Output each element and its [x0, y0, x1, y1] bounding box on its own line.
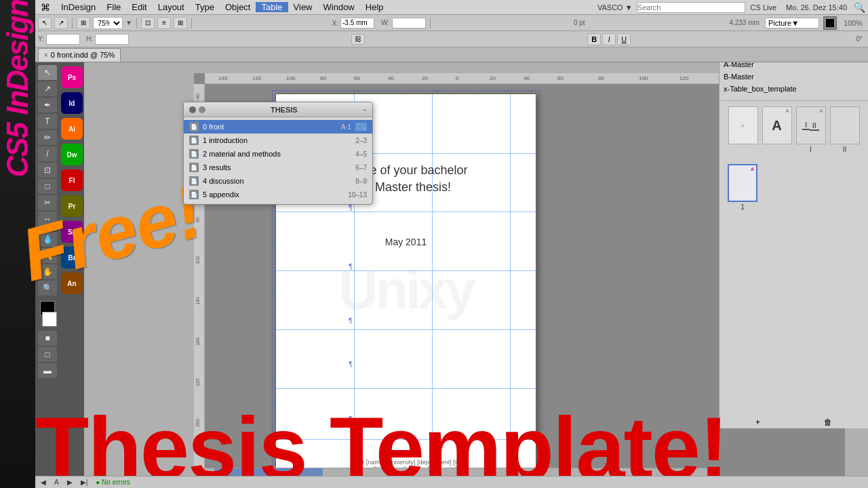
brand-indesign-text: InDesign	[3, 0, 33, 121]
direct-selection-tool[interactable]: ↗	[38, 81, 57, 96]
app-ai-icon[interactable]: Ai	[61, 118, 83, 140]
thesis-row-icon-results: 📄	[189, 163, 199, 172]
thesis-row-results[interactable]: 📄 3 results 6–7	[184, 161, 372, 174]
new-page-btn[interactable]: +	[755, 418, 760, 427]
app-br-icon[interactable]: Br	[61, 247, 83, 268]
menu-edit[interactable]: Edit	[126, 2, 152, 12]
menu-view[interactable]: View	[288, 2, 318, 12]
document-tab[interactable]: × 0 front.indd @ 75%	[38, 48, 121, 62]
thesis-row-appendix[interactable]: 📄 5 appendix 10–13	[184, 188, 372, 201]
scrollbar-horizontal[interactable]	[194, 468, 716, 476]
zoom-dropdown[interactable]: 75%	[93, 17, 123, 29]
apple-menu[interactable]: ⌘	[41, 2, 50, 13]
selection-tool[interactable]: ↖	[38, 65, 57, 80]
bold-btn[interactable]: B	[587, 33, 601, 45]
transform-btn[interactable]: ⊡	[141, 17, 155, 29]
y-input[interactable]: 136 mm	[46, 34, 80, 45]
app-fl-icon[interactable]: Fl	[61, 169, 83, 191]
cs-live-label: CS Live	[745, 3, 783, 12]
search-input[interactable]	[637, 2, 745, 13]
coord-w: W:	[381, 19, 389, 26]
scissors-tool[interactable]: ✂	[38, 195, 57, 210]
w-input[interactable]	[392, 18, 426, 28]
measure-tool[interactable]: 📏	[38, 248, 57, 263]
thesis-panel-header[interactable]: THESIS −	[184, 102, 372, 117]
svg-text:120: 120	[679, 75, 689, 81]
thesis-row-front[interactable]: 📄 0 front A·1 📎	[184, 120, 372, 134]
eyedropper-tool[interactable]: 💧	[38, 232, 57, 247]
tab-bar: × 0 front.indd @ 75%	[35, 47, 868, 62]
stroke-color-swatch[interactable]	[42, 312, 57, 327]
free-transform-tool[interactable]: ↔	[38, 211, 57, 226]
status-arrow-right[interactable]: ▶	[67, 479, 73, 486]
thesis-row-introduction[interactable]: 📄 1 introduction 2–3	[184, 134, 372, 147]
thumb-a-master-right[interactable]: A A	[762, 106, 792, 153]
underline-btn[interactable]: U	[617, 33, 631, 45]
direct-select-btn[interactable]: ↗	[54, 17, 68, 29]
x-input[interactable]	[340, 18, 374, 28]
menu-table[interactable]: Table	[256, 2, 288, 12]
h-input[interactable]	[95, 34, 129, 45]
thumb-page-1[interactable]: A 1	[728, 164, 757, 211]
picture-dropdown[interactable]: Picture ▼	[765, 18, 819, 28]
chain-link-btn[interactable]: ⛓	[351, 34, 365, 45]
rect-tool[interactable]: □	[38, 179, 57, 194]
swatch-btn[interactable]	[823, 16, 837, 30]
svg-text:60: 60	[557, 75, 564, 81]
search-icon[interactable]: 🔍	[851, 2, 868, 13]
menu-object[interactable]: Object	[220, 2, 256, 12]
menu-layout[interactable]: Layout	[153, 2, 190, 12]
svg-text:20: 20	[422, 75, 428, 81]
menu-help[interactable]: Help	[360, 2, 389, 12]
rect-frame-tool[interactable]: ⊡	[38, 163, 57, 178]
svg-text:100: 100	[639, 75, 648, 81]
app-an-icon[interactable]: An	[61, 272, 83, 294]
app-ps-icon[interactable]: Ps	[61, 66, 83, 88]
zoom-arrow: ▼	[125, 19, 132, 26]
italic-btn[interactable]: I	[602, 33, 616, 45]
menu-file[interactable]: File	[101, 2, 126, 12]
line-tool[interactable]: /	[38, 146, 57, 161]
page-item-b-master[interactable]: B-Master	[719, 70, 868, 83]
menu-indesign[interactable]: InDesign	[56, 2, 101, 12]
grid-btn[interactable]: ⊞	[174, 17, 187, 29]
app-pr-icon[interactable]: Pr	[61, 195, 83, 217]
zoom-btn[interactable]: ⊞	[77, 17, 90, 29]
zoom-tool[interactable]: 🔍	[38, 281, 57, 296]
thumb-label-1: 1	[741, 203, 745, 211]
app-sa-icon[interactable]: Sa	[61, 221, 83, 243]
tools-panel-apps: Ps Id Ai Dw Fl Pr Sa Br An	[60, 62, 84, 488]
thesis-panel-collapse[interactable]: −	[363, 106, 367, 114]
menu-type[interactable]: Type	[190, 2, 220, 12]
normal-mode-btn[interactable]: □	[38, 347, 57, 362]
app-dw-icon[interactable]: Dw	[61, 144, 83, 165]
hand-tool[interactable]: ✋	[38, 264, 57, 279]
status-arrow-left[interactable]: ◀	[41, 479, 46, 486]
scrollbar-thumb-h[interactable]	[214, 468, 323, 476]
status-play-btn[interactable]: ▶|	[81, 479, 88, 486]
tab-close-icon[interactable]: ×	[44, 52, 48, 59]
thesis-row-discussion[interactable]: 📄 4 discussion 8–9	[184, 174, 372, 188]
thumb-ii[interactable]: II	[830, 106, 860, 153]
page-item-table-template[interactable]: x-Table_box_template	[719, 83, 868, 95]
panel-zoom-btn[interactable]	[199, 106, 205, 113]
thesis-row-pages-results: 6–7	[355, 164, 367, 171]
pages-separator	[719, 100, 868, 101]
thesis-row-material[interactable]: 📄 2 material and methods 4–5	[184, 147, 372, 161]
delete-page-btn[interactable]: 🗑	[824, 418, 832, 427]
text-format-btns: B I U	[587, 33, 631, 45]
pen-tool[interactable]: ✒	[38, 98, 57, 113]
thumb-a-master-left[interactable]: A	[728, 106, 758, 153]
panel-minimize-btn[interactable]	[189, 106, 196, 113]
preview-mode-btn[interactable]: ▬	[38, 363, 57, 378]
thumb-b-master[interactable]: A I II I	[796, 106, 826, 153]
pencil-tool[interactable]: ✏	[38, 130, 57, 145]
datetime-label: Mo. 26. Dez 15:40	[782, 3, 851, 12]
app-id-icon[interactable]: Id	[61, 92, 83, 114]
align-btn[interactable]: ≡	[157, 17, 171, 29]
select-tool-btn[interactable]: ↖	[38, 17, 52, 29]
menu-window[interactable]: Window	[318, 2, 360, 12]
type-tool[interactable]: T	[38, 114, 57, 129]
apply-color-btn[interactable]: ■	[38, 331, 57, 346]
svg-text:120: 120	[252, 75, 262, 81]
